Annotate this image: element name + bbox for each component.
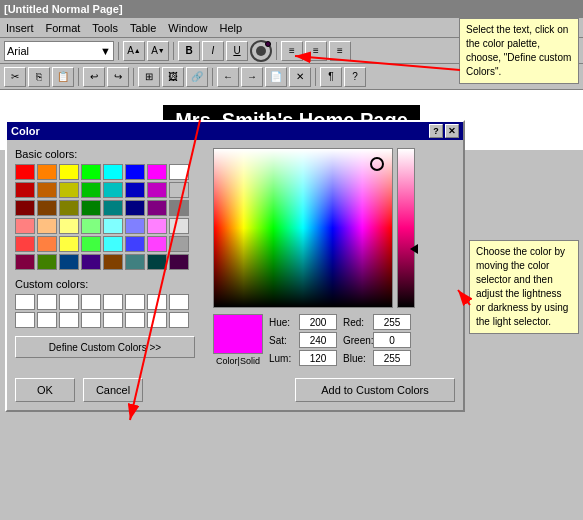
basic-color-37[interactable]	[103, 236, 123, 252]
image-btn[interactable]: 🖼	[162, 67, 184, 87]
basic-color-27[interactable]	[59, 218, 79, 234]
custom-color-1[interactable]	[15, 294, 35, 310]
basic-color-47[interactable]	[147, 254, 167, 270]
custom-color-10[interactable]	[37, 312, 57, 328]
cancel-btn[interactable]: Cancel	[83, 378, 143, 402]
basic-color-7[interactable]	[147, 164, 167, 180]
cut-btn[interactable]: ✂	[4, 67, 26, 87]
menu-tools[interactable]: Tools	[90, 22, 120, 34]
basic-color-34[interactable]	[37, 236, 57, 252]
lum-input[interactable]	[299, 350, 337, 366]
basic-color-15[interactable]	[147, 182, 167, 198]
menu-window[interactable]: Window	[166, 22, 209, 34]
basic-color-17[interactable]	[15, 200, 35, 216]
basic-color-45[interactable]	[103, 254, 123, 270]
stop-btn[interactable]: ✕	[289, 67, 311, 87]
help-btn[interactable]: ?	[344, 67, 366, 87]
basic-color-24[interactable]	[169, 200, 189, 216]
link-btn[interactable]: 🔗	[186, 67, 208, 87]
basic-color-30[interactable]	[125, 218, 145, 234]
custom-color-12[interactable]	[81, 312, 101, 328]
ok-btn[interactable]: OK	[15, 378, 75, 402]
custom-color-16[interactable]	[169, 312, 189, 328]
basic-color-29[interactable]	[103, 218, 123, 234]
basic-color-46[interactable]	[125, 254, 145, 270]
increase-font-btn[interactable]: A▲	[123, 41, 145, 61]
basic-color-40[interactable]	[169, 236, 189, 252]
basic-color-22[interactable]	[125, 200, 145, 216]
basic-color-14[interactable]	[125, 182, 145, 198]
back-btn[interactable]: ←	[217, 67, 239, 87]
basic-color-44[interactable]	[81, 254, 101, 270]
basic-color-5[interactable]	[103, 164, 123, 180]
basic-color-41[interactable]	[15, 254, 35, 270]
basic-color-42[interactable]	[37, 254, 57, 270]
italic-btn[interactable]: I	[202, 41, 224, 61]
paragraph-btn[interactable]: ¶	[320, 67, 342, 87]
basic-color-20[interactable]	[81, 200, 101, 216]
forward-btn[interactable]: →	[241, 67, 263, 87]
color-palette-btn[interactable]	[250, 40, 272, 62]
basic-color-2[interactable]	[37, 164, 57, 180]
basic-color-13[interactable]	[103, 182, 123, 198]
font-dropdown-arrow[interactable]: ▼	[100, 45, 111, 57]
menu-help[interactable]: Help	[217, 22, 244, 34]
custom-color-14[interactable]	[125, 312, 145, 328]
basic-color-19[interactable]	[59, 200, 79, 216]
lightness-slider[interactable]	[410, 244, 418, 254]
basic-color-35[interactable]	[59, 236, 79, 252]
sat-input[interactable]	[299, 332, 337, 348]
basic-color-31[interactable]	[147, 218, 167, 234]
green-input[interactable]	[373, 332, 411, 348]
basic-color-33[interactable]	[15, 236, 35, 252]
basic-color-36[interactable]	[81, 236, 101, 252]
basic-color-18[interactable]	[37, 200, 57, 216]
custom-color-4[interactable]	[81, 294, 101, 310]
add-to-custom-btn[interactable]: Add to Custom Colors	[295, 378, 455, 402]
basic-color-9[interactable]	[15, 182, 35, 198]
basic-color-21[interactable]	[103, 200, 123, 216]
basic-color-32[interactable]	[169, 218, 189, 234]
basic-color-16[interactable]	[169, 182, 189, 198]
basic-color-28[interactable]	[81, 218, 101, 234]
basic-color-8[interactable]	[169, 164, 189, 180]
dialog-help-btn[interactable]: ?	[429, 124, 443, 138]
decrease-font-btn[interactable]: A▼	[147, 41, 169, 61]
menu-format[interactable]: Format	[44, 22, 83, 34]
basic-color-39[interactable]	[147, 236, 167, 252]
custom-color-9[interactable]	[15, 312, 35, 328]
custom-color-6[interactable]	[125, 294, 145, 310]
dialog-close-btn[interactable]: ✕	[445, 124, 459, 138]
custom-color-13[interactable]	[103, 312, 123, 328]
table-btn[interactable]: ⊞	[138, 67, 160, 87]
color-spectrum[interactable]	[213, 148, 393, 308]
redo-btn[interactable]: ↪	[107, 67, 129, 87]
define-custom-colors-btn[interactable]: Define Custom Colors >>	[15, 336, 195, 358]
basic-color-25[interactable]	[15, 218, 35, 234]
basic-color-48[interactable]	[169, 254, 189, 270]
custom-color-8[interactable]	[169, 294, 189, 310]
basic-color-23[interactable]	[147, 200, 167, 216]
bold-btn[interactable]: B	[178, 41, 200, 61]
align-center-btn[interactable]: ≡	[305, 41, 327, 61]
blue-input[interactable]	[373, 350, 411, 366]
custom-color-7[interactable]	[147, 294, 167, 310]
basic-color-43[interactable]	[59, 254, 79, 270]
page-btn[interactable]: 📄	[265, 67, 287, 87]
basic-color-11[interactable]	[59, 182, 79, 198]
font-selector[interactable]: Arial ▼	[4, 41, 114, 61]
custom-color-5[interactable]	[103, 294, 123, 310]
basic-color-10[interactable]	[37, 182, 57, 198]
basic-color-3[interactable]	[59, 164, 79, 180]
basic-color-38[interactable]	[125, 236, 145, 252]
lightness-bar[interactable]	[397, 148, 415, 308]
hue-input[interactable]	[299, 314, 337, 330]
basic-color-12[interactable]	[81, 182, 101, 198]
basic-color-6[interactable]	[125, 164, 145, 180]
menu-insert[interactable]: Insert	[4, 22, 36, 34]
basic-color-1[interactable]	[15, 164, 35, 180]
copy-btn[interactable]: ⎘	[28, 67, 50, 87]
menu-table[interactable]: Table	[128, 22, 158, 34]
align-right-btn[interactable]: ≡	[329, 41, 351, 61]
red-input[interactable]	[373, 314, 411, 330]
